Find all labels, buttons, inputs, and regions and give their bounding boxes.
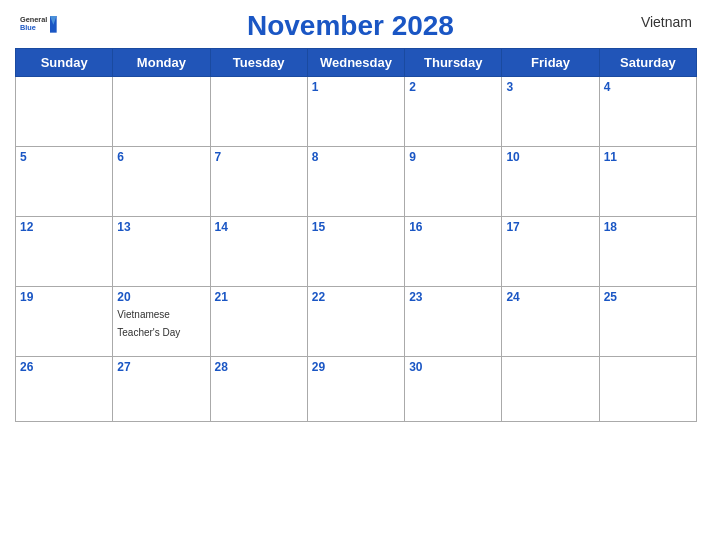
calendar-table: Sunday Monday Tuesday Wednesday Thursday… [15,48,697,422]
day-number: 4 [604,80,692,94]
calendar-cell: 30 [405,357,502,422]
calendar-cell: 13 [113,217,210,287]
day-number: 11 [604,150,692,164]
calendar-cell: 29 [307,357,404,422]
calendar-cell: 14 [210,217,307,287]
calendar-cell: 10 [502,147,599,217]
day-number: 9 [409,150,497,164]
logo: General Blue [20,12,60,40]
calendar-cell: 16 [405,217,502,287]
calendar-cell: 6 [113,147,210,217]
calendar-cell: 12 [16,217,113,287]
calendar-cell: 21 [210,287,307,357]
col-tuesday: Tuesday [210,49,307,77]
calendar-cell: 28 [210,357,307,422]
col-sunday: Sunday [16,49,113,77]
calendar-cell: 15 [307,217,404,287]
calendar-header-row: Sunday Monday Tuesday Wednesday Thursday… [16,49,697,77]
day-number: 12 [20,220,108,234]
day-number: 29 [312,360,400,374]
day-number: 6 [117,150,205,164]
logo-svg: General Blue [20,12,60,40]
day-number: 23 [409,290,497,304]
calendar-cell: 2 [405,77,502,147]
day-number: 8 [312,150,400,164]
calendar-cell: 23 [405,287,502,357]
svg-text:Blue: Blue [20,23,36,32]
calendar-cell: 11 [599,147,696,217]
day-number: 26 [20,360,108,374]
week-row-5: 2627282930 [16,357,697,422]
weekday-row: Sunday Monday Tuesday Wednesday Thursday… [16,49,697,77]
day-number: 15 [312,220,400,234]
day-number: 3 [506,80,594,94]
week-row-2: 567891011 [16,147,697,217]
calendar-cell: 7 [210,147,307,217]
week-row-4: 1920Vietnamese Teacher's Day2122232425 [16,287,697,357]
week-row-3: 12131415161718 [16,217,697,287]
day-number: 25 [604,290,692,304]
day-number: 17 [506,220,594,234]
calendar-cell: 5 [16,147,113,217]
calendar-cell: 19 [16,287,113,357]
calendar-header: General Blue November 2028 Vietnam [15,10,697,42]
col-monday: Monday [113,49,210,77]
day-number: 10 [506,150,594,164]
calendar-cell [210,77,307,147]
country-label: Vietnam [641,10,692,30]
day-number: 7 [215,150,303,164]
day-number: 14 [215,220,303,234]
calendar-body: 1234567891011121314151617181920Vietnames… [16,77,697,422]
calendar-cell: 25 [599,287,696,357]
day-number: 19 [20,290,108,304]
calendar-cell: 8 [307,147,404,217]
day-number: 1 [312,80,400,94]
day-number: 27 [117,360,205,374]
day-number: 18 [604,220,692,234]
day-number: 13 [117,220,205,234]
calendar-cell [599,357,696,422]
day-number: 28 [215,360,303,374]
day-number: 5 [20,150,108,164]
col-saturday: Saturday [599,49,696,77]
calendar-cell: 4 [599,77,696,147]
event-label: Vietnamese Teacher's Day [117,309,180,338]
calendar-cell: 1 [307,77,404,147]
week-row-1: 1234 [16,77,697,147]
day-number: 21 [215,290,303,304]
calendar-cell: 18 [599,217,696,287]
calendar-cell: 24 [502,287,599,357]
calendar-title: November 2028 [247,10,454,42]
calendar-cell: 3 [502,77,599,147]
calendar-cell: 9 [405,147,502,217]
col-friday: Friday [502,49,599,77]
day-number: 30 [409,360,497,374]
calendar-cell: 27 [113,357,210,422]
calendar-cell [113,77,210,147]
day-number: 2 [409,80,497,94]
col-wednesday: Wednesday [307,49,404,77]
day-number: 22 [312,290,400,304]
calendar-cell: 17 [502,217,599,287]
day-number: 20 [117,290,205,304]
col-thursday: Thursday [405,49,502,77]
day-number: 16 [409,220,497,234]
calendar-cell: 22 [307,287,404,357]
day-number: 24 [506,290,594,304]
calendar-cell [502,357,599,422]
calendar-cell: 26 [16,357,113,422]
calendar-cell: 20Vietnamese Teacher's Day [113,287,210,357]
calendar-cell [16,77,113,147]
